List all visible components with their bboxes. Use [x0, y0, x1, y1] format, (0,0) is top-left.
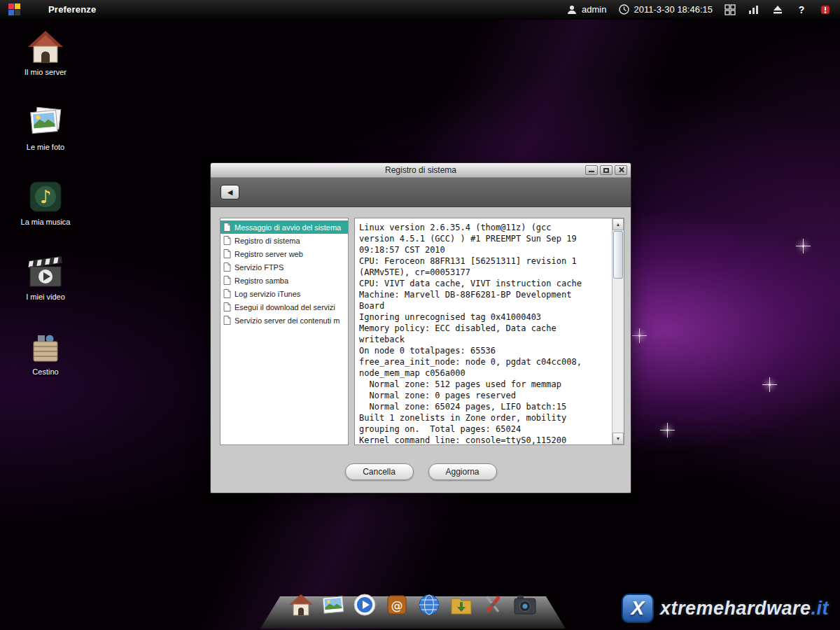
log-category-label: Servizio server dei contenuti m	[234, 316, 340, 325]
down-arrow-icon: ▼	[616, 436, 621, 441]
sparkle-decor	[666, 429, 668, 431]
log-category-item[interactable]: Registro samba	[220, 274, 348, 287]
log-category-label: Log servizio iTunes	[234, 290, 300, 298]
username: admin	[582, 4, 606, 15]
up-arrow-icon: ▲	[616, 222, 621, 227]
window-titlebar[interactable]: Registro di sistema	[211, 163, 631, 178]
user-menu[interactable]: admin	[566, 4, 606, 16]
dialog-footer: Cancella Aggiorna	[211, 463, 631, 480]
document-icon	[223, 223, 231, 232]
desktop-icon-my-videos[interactable]: I miei video	[10, 254, 81, 301]
sparkle-decor	[638, 335, 640, 337]
log-category-label: Messaggio di avvio del sistema	[234, 223, 341, 232]
svg-text:♪: ♪	[40, 186, 52, 207]
window-content: Messaggio di avvio del sistema Registro …	[211, 208, 631, 493]
document-icon	[223, 262, 231, 272]
desktop-icon-my-music[interactable]: ♪ La mia musica	[10, 179, 81, 226]
close-icon	[618, 167, 624, 173]
log-category-label: Registro server web	[234, 250, 303, 258]
maximize-button[interactable]	[600, 165, 612, 175]
refresh-button[interactable]: Aggiorna	[428, 463, 497, 480]
branding: X xtremehardware.it	[622, 594, 829, 623]
desktop-icon-label: I miei video	[26, 293, 65, 301]
sparkle-decor	[802, 245, 804, 247]
scrollbar-thumb[interactable]	[613, 231, 623, 279]
log-category-label: Registro samba	[234, 276, 288, 285]
branding-name: xtremehardware	[660, 598, 811, 619]
scroll-down-button[interactable]: ▼	[612, 433, 624, 444]
datetime: 2011-3-30 18:46:15	[634, 4, 713, 15]
minimize-icon	[589, 171, 594, 172]
document-icon	[223, 316, 231, 325]
log-scrollbar[interactable]: ▲ ▼	[612, 218, 624, 444]
document-icon	[223, 289, 231, 298]
desktop-icon-label: La mia musica	[21, 218, 71, 226]
xtremehardware-logo-icon: X	[622, 594, 654, 623]
log-category-label: Servizio FTPS	[234, 263, 284, 272]
maximize-icon	[603, 168, 609, 173]
user-icon	[566, 4, 578, 16]
document-icon	[223, 249, 231, 258]
desktop-icon-my-photos[interactable]: Le mie foto	[10, 104, 81, 151]
dock-mail-icon[interactable]: @	[383, 591, 411, 619]
desktop-icon-list: Il mio server Le mie foto ♪ La mia music…	[10, 29, 81, 376]
scroll-up-button[interactable]: ▲	[612, 218, 624, 230]
back-arrow-icon: ◀	[227, 188, 233, 196]
window-title: Registro di sistema	[211, 165, 631, 175]
log-text: Linux version 2.6.35.4 (thom@11z) (gcc v…	[355, 218, 611, 444]
usage-icon[interactable]	[748, 4, 760, 16]
desktop-icon-label: Cestino	[32, 368, 58, 376]
log-category-label: Registro di sistema	[234, 237, 300, 245]
trash-icon	[27, 329, 64, 364]
apps-grid-icon[interactable]	[724, 4, 736, 16]
log-category-item[interactable]: Messaggio di avvio del sistema	[220, 220, 348, 234]
dock-tools-icon[interactable]	[479, 591, 507, 619]
home-icon	[27, 29, 64, 64]
svg-text:@: @	[391, 598, 403, 612]
back-button[interactable]: ◀	[220, 185, 239, 200]
music-icon: ♪	[27, 179, 64, 214]
help-icon[interactable]: ?	[795, 4, 808, 16]
log-category-list: Messaggio di avvio del sistema Registro …	[220, 218, 349, 445]
dock-downloads-icon[interactable]	[447, 591, 475, 619]
close-button[interactable]	[615, 165, 627, 175]
log-category-item[interactable]: Log servizio iTunes	[220, 287, 348, 300]
dock-camera-icon[interactable]	[511, 591, 539, 619]
log-category-item[interactable]: Esegui il download del servizi	[220, 300, 348, 314]
desktop: Il mio server Le mie foto ♪ La mia music…	[0, 20, 840, 630]
logout-icon[interactable]	[819, 4, 832, 16]
dock-photos-icon[interactable]	[319, 591, 347, 619]
branding-text: xtremehardware.it	[660, 598, 829, 620]
dock: @	[260, 585, 566, 629]
desktop-icon-label: Le mie foto	[27, 143, 64, 151]
log-category-item[interactable]: Servizio FTPS	[220, 260, 348, 274]
menubar: Preferenze admin 2011-3-30 18:46:15 ?	[0, 0, 840, 20]
document-icon	[223, 276, 231, 285]
clock-icon	[617, 4, 630, 16]
dock-media-player-icon[interactable]	[351, 591, 379, 619]
eject-icon[interactable]	[771, 4, 784, 16]
branding-tld: .it	[811, 598, 830, 619]
video-icon	[27, 254, 64, 289]
log-category-item[interactable]: Servizio server dei contenuti m	[220, 314, 348, 327]
system-log-window: Registro di sistema ◀ Messaggio di avvio…	[210, 162, 631, 493]
log-category-item[interactable]: Registro server web	[220, 247, 348, 260]
desktop-icon-label: Il mio server	[24, 68, 66, 76]
document-icon	[223, 236, 231, 245]
clock: 2011-3-30 18:46:15	[617, 4, 713, 16]
sparkle-decor	[769, 384, 771, 386]
document-icon	[223, 302, 231, 312]
system-logo-icon	[8, 4, 20, 15]
dock-home-icon[interactable]	[287, 591, 315, 619]
dock-browser-icon[interactable]	[415, 591, 443, 619]
menu-preferences[interactable]: Preferenze	[48, 4, 96, 15]
desktop-icon-my-server[interactable]: Il mio server	[10, 29, 81, 76]
log-viewer: Linux version 2.6.35.4 (thom@11z) (gcc v…	[354, 218, 624, 445]
window-toolbar: ◀	[211, 178, 631, 207]
minimize-button[interactable]	[585, 165, 598, 175]
desktop-icon-trash[interactable]: Cestino	[10, 329, 81, 376]
clear-button[interactable]: Cancella	[345, 463, 414, 480]
log-category-label: Esegui il download del servizi	[234, 303, 335, 312]
photos-icon	[27, 104, 64, 139]
log-category-item[interactable]: Registro di sistema	[220, 234, 348, 247]
